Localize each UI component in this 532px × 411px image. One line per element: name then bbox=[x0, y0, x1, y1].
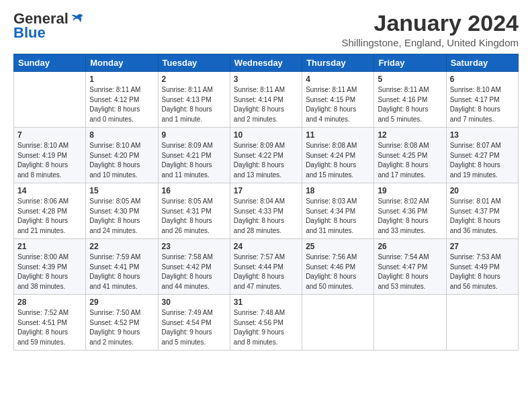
location: Shillingstone, England, United Kingdom bbox=[341, 37, 519, 48]
weekday-header-wednesday: Wednesday bbox=[230, 54, 302, 72]
calendar-cell: 16Sunrise: 8:05 AMSunset: 4:31 PMDayligh… bbox=[158, 183, 230, 239]
day-info: Sunrise: 8:06 AMSunset: 4:28 PMDaylight:… bbox=[17, 197, 82, 236]
day-number: 15 bbox=[89, 186, 154, 195]
header: General Blue January 2024 Shillingstone,… bbox=[13, 11, 519, 48]
day-info: Sunrise: 8:05 AMSunset: 4:31 PMDaylight:… bbox=[162, 197, 226, 236]
calendar-cell: 27Sunrise: 7:53 AMSunset: 4:49 PMDayligh… bbox=[446, 239, 518, 295]
day-info: Sunrise: 7:50 AMSunset: 4:52 PMDaylight:… bbox=[89, 308, 154, 347]
calendar-cell: 22Sunrise: 7:59 AMSunset: 4:41 PMDayligh… bbox=[86, 239, 158, 295]
day-info: Sunrise: 8:02 AMSunset: 4:36 PMDaylight:… bbox=[378, 197, 442, 236]
day-info: Sunrise: 8:09 AMSunset: 4:21 PMDaylight:… bbox=[162, 141, 226, 180]
weekday-header-tuesday: Tuesday bbox=[158, 54, 230, 72]
calendar-cell: 30Sunrise: 7:49 AMSunset: 4:54 PMDayligh… bbox=[158, 295, 230, 351]
week-row-4: 21Sunrise: 8:00 AMSunset: 4:39 PMDayligh… bbox=[14, 239, 519, 295]
logo-bird-icon bbox=[70, 13, 85, 24]
day-info: Sunrise: 8:09 AMSunset: 4:22 PMDaylight:… bbox=[234, 141, 298, 180]
calendar-cell bbox=[446, 295, 518, 351]
day-number: 25 bbox=[306, 242, 370, 251]
week-row-1: 1Sunrise: 8:11 AMSunset: 4:12 PMDaylight… bbox=[14, 72, 519, 128]
weekday-header-monday: Monday bbox=[86, 54, 158, 72]
calendar-cell bbox=[14, 72, 86, 128]
day-info: Sunrise: 8:01 AMSunset: 4:37 PMDaylight:… bbox=[450, 197, 515, 236]
day-number: 27 bbox=[450, 242, 515, 251]
day-number: 26 bbox=[378, 242, 442, 251]
weekday-header-sunday: Sunday bbox=[14, 54, 86, 72]
day-info: Sunrise: 8:11 AMSunset: 4:13 PMDaylight:… bbox=[162, 85, 226, 124]
day-info: Sunrise: 7:49 AMSunset: 4:54 PMDaylight:… bbox=[162, 308, 226, 347]
calendar-cell: 24Sunrise: 7:57 AMSunset: 4:44 PMDayligh… bbox=[230, 239, 302, 295]
day-number: 3 bbox=[234, 75, 298, 84]
calendar-cell: 9Sunrise: 8:09 AMSunset: 4:21 PMDaylight… bbox=[158, 128, 230, 183]
calendar-cell: 2Sunrise: 8:11 AMSunset: 4:13 PMDaylight… bbox=[158, 72, 230, 128]
weekday-header-friday: Friday bbox=[374, 54, 446, 72]
calendar-cell: 21Sunrise: 8:00 AMSunset: 4:39 PMDayligh… bbox=[14, 239, 86, 295]
week-row-5: 28Sunrise: 7:52 AMSunset: 4:51 PMDayligh… bbox=[14, 295, 519, 351]
day-number: 22 bbox=[89, 242, 154, 251]
day-info: Sunrise: 8:04 AMSunset: 4:33 PMDaylight:… bbox=[234, 197, 298, 236]
calendar-cell bbox=[302, 295, 374, 351]
calendar-cell: 25Sunrise: 7:56 AMSunset: 4:46 PMDayligh… bbox=[302, 239, 374, 295]
day-info: Sunrise: 8:11 AMSunset: 4:12 PMDaylight:… bbox=[89, 85, 154, 124]
day-info: Sunrise: 8:08 AMSunset: 4:25 PMDaylight:… bbox=[378, 141, 442, 180]
calendar-cell: 8Sunrise: 8:10 AMSunset: 4:20 PMDaylight… bbox=[86, 128, 158, 183]
day-number: 8 bbox=[89, 130, 154, 140]
day-number: 21 bbox=[17, 242, 82, 251]
day-info: Sunrise: 8:10 AMSunset: 4:17 PMDaylight:… bbox=[450, 85, 515, 124]
day-info: Sunrise: 8:11 AMSunset: 4:15 PMDaylight:… bbox=[306, 85, 370, 124]
calendar-cell: 11Sunrise: 8:08 AMSunset: 4:24 PMDayligh… bbox=[302, 128, 374, 183]
calendar-cell: 23Sunrise: 7:58 AMSunset: 4:42 PMDayligh… bbox=[158, 239, 230, 295]
day-number: 5 bbox=[378, 75, 442, 84]
day-number: 18 bbox=[306, 186, 370, 195]
day-number: 29 bbox=[89, 298, 154, 307]
day-number: 19 bbox=[378, 186, 442, 195]
page: General Blue January 2024 Shillingstone,… bbox=[0, 0, 532, 357]
day-number: 2 bbox=[162, 75, 226, 84]
day-info: Sunrise: 8:10 AMSunset: 4:20 PMDaylight:… bbox=[89, 141, 154, 180]
calendar-cell bbox=[374, 295, 446, 351]
day-number: 14 bbox=[17, 186, 82, 195]
day-number: 23 bbox=[162, 242, 226, 251]
calendar-cell: 14Sunrise: 8:06 AMSunset: 4:28 PMDayligh… bbox=[14, 183, 86, 239]
day-info: Sunrise: 7:48 AMSunset: 4:56 PMDaylight:… bbox=[234, 308, 298, 347]
day-number: 4 bbox=[306, 75, 370, 84]
calendar-cell: 13Sunrise: 8:07 AMSunset: 4:27 PMDayligh… bbox=[446, 128, 518, 183]
day-info: Sunrise: 8:07 AMSunset: 4:27 PMDaylight:… bbox=[450, 141, 515, 180]
day-number: 31 bbox=[234, 298, 298, 307]
day-number: 30 bbox=[162, 298, 226, 307]
title-area: January 2024 Shillingstone, England, Uni… bbox=[341, 11, 519, 48]
calendar-cell: 5Sunrise: 8:11 AMSunset: 4:16 PMDaylight… bbox=[374, 72, 446, 128]
day-number: 7 bbox=[17, 130, 82, 140]
calendar-cell: 12Sunrise: 8:08 AMSunset: 4:25 PMDayligh… bbox=[374, 128, 446, 183]
calendar-cell: 10Sunrise: 8:09 AMSunset: 4:22 PMDayligh… bbox=[230, 128, 302, 183]
day-number: 24 bbox=[234, 242, 298, 251]
calendar-cell: 15Sunrise: 8:05 AMSunset: 4:30 PMDayligh… bbox=[86, 183, 158, 239]
day-info: Sunrise: 8:00 AMSunset: 4:39 PMDaylight:… bbox=[17, 253, 82, 291]
day-number: 20 bbox=[450, 186, 515, 195]
day-number: 28 bbox=[17, 298, 82, 307]
day-info: Sunrise: 8:05 AMSunset: 4:30 PMDaylight:… bbox=[89, 197, 154, 236]
calendar-cell: 29Sunrise: 7:50 AMSunset: 4:52 PMDayligh… bbox=[86, 295, 158, 351]
weekday-header-saturday: Saturday bbox=[446, 54, 518, 72]
weekday-header-row: SundayMondayTuesdayWednesdayThursdayFrid… bbox=[14, 54, 519, 72]
day-number: 1 bbox=[89, 75, 154, 84]
calendar-cell: 1Sunrise: 8:11 AMSunset: 4:12 PMDaylight… bbox=[86, 72, 158, 128]
calendar-table: SundayMondayTuesdayWednesdayThursdayFrid… bbox=[13, 54, 519, 351]
day-number: 12 bbox=[378, 130, 442, 140]
calendar-cell: 19Sunrise: 8:02 AMSunset: 4:36 PMDayligh… bbox=[374, 183, 446, 239]
day-info: Sunrise: 8:08 AMSunset: 4:24 PMDaylight:… bbox=[306, 141, 370, 180]
day-number: 11 bbox=[306, 130, 370, 140]
day-info: Sunrise: 8:03 AMSunset: 4:34 PMDaylight:… bbox=[306, 197, 370, 236]
day-number: 13 bbox=[450, 130, 515, 140]
calendar-cell: 20Sunrise: 8:01 AMSunset: 4:37 PMDayligh… bbox=[446, 183, 518, 239]
day-info: Sunrise: 7:57 AMSunset: 4:44 PMDaylight:… bbox=[234, 253, 298, 291]
day-number: 16 bbox=[162, 186, 226, 195]
month-title: January 2024 bbox=[341, 11, 519, 36]
logo: General Blue bbox=[13, 11, 85, 42]
day-info: Sunrise: 8:10 AMSunset: 4:19 PMDaylight:… bbox=[17, 141, 82, 180]
calendar-cell: 7Sunrise: 8:10 AMSunset: 4:19 PMDaylight… bbox=[14, 128, 86, 183]
calendar-cell: 6Sunrise: 8:10 AMSunset: 4:17 PMDaylight… bbox=[446, 72, 518, 128]
logo-blue: Blue bbox=[13, 24, 46, 42]
weekday-header-thursday: Thursday bbox=[302, 54, 374, 72]
day-info: Sunrise: 7:54 AMSunset: 4:47 PMDaylight:… bbox=[378, 253, 442, 291]
day-info: Sunrise: 7:56 AMSunset: 4:46 PMDaylight:… bbox=[306, 253, 370, 291]
